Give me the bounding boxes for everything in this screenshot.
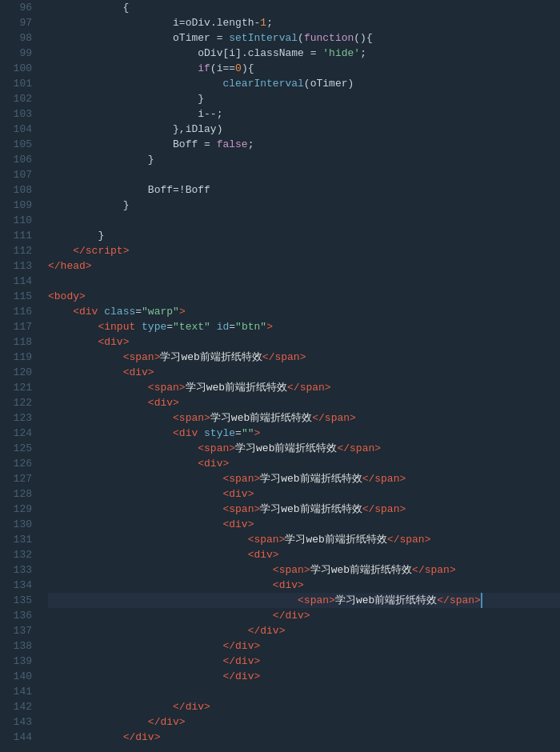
code-line-125: <span>学习web前端折纸特效</span> <box>48 441 560 456</box>
code-line-136: </div> <box>48 608 560 623</box>
code-line-107 <box>48 167 560 182</box>
code-line-119: <span>学习web前端折纸特效</span> <box>48 350 560 365</box>
code-line-110 <box>48 213 560 228</box>
code-line-143: </div> <box>48 714 560 730</box>
code-line-103: i--; <box>48 106 560 122</box>
code-line-142: </div> <box>48 699 560 714</box>
code-line-121: <span>学习web前端折纸特效</span> <box>48 380 560 395</box>
code-line-109: } <box>48 198 560 213</box>
code-line-101: clearInterval(oTimer) <box>48 76 560 91</box>
code-line-120: <div> <box>48 365 560 380</box>
code-line-96: { <box>48 0 560 15</box>
code-line-100: if(i==0){ <box>48 61 560 76</box>
code-line-134: <div> <box>48 578 560 593</box>
code-line-131: <span>学习web前端折纸特效</span> <box>48 532 560 547</box>
code-line-112: </script> <box>48 243 560 258</box>
code-line-97: i=oDiv.length-1; <box>48 15 560 30</box>
code-line-106: } <box>48 152 560 167</box>
code-line-135: <span>学习web前端折纸特效</span> <box>48 593 560 608</box>
code-line-108: Boff=!Boff <box>48 182 560 198</box>
code-line-117: <input type="text" id="btn"> <box>48 319 560 334</box>
code-line-144: </div> <box>48 730 560 745</box>
code-line-105: Boff = false; <box>48 137 560 152</box>
code-line-137: </div> <box>48 623 560 638</box>
code-line-104: },iDlay) <box>48 122 560 137</box>
code-line-102: } <box>48 91 560 106</box>
code-line-118: <div> <box>48 334 560 350</box>
code-line-129: <span>学习web前端折纸特效</span> <box>48 502 560 517</box>
code-line-138: </div> <box>48 638 560 654</box>
code-line-114 <box>48 274 560 289</box>
code-editor: 96 97 98 99 100 101 102 103 104 105 106 … <box>0 0 560 745</box>
code-line-141 <box>48 684 560 699</box>
code-line-133: <span>学习web前端折纸特效</span> <box>48 562 560 578</box>
code-line-127: <span>学习web前端折纸特效</span> <box>48 471 560 486</box>
code-line-122: <div> <box>48 395 560 410</box>
code-line-98: oTimer = setInterval(function(){ <box>48 30 560 46</box>
code-line-111: } <box>48 228 560 243</box>
code-line-132: <div> <box>48 547 560 562</box>
code-line-124: <div style=""> <box>48 426 560 441</box>
code-line-113: </head> <box>48 258 560 274</box>
code-line-123: <span>学习web前端折纸特效</span> <box>48 410 560 426</box>
code-content: { i=oDiv.length-1; oTimer = setInterval(… <box>42 0 560 745</box>
code-line-126: <div> <box>48 456 560 471</box>
code-line-130: <div> <box>48 517 560 532</box>
code-line-139: </div> <box>48 654 560 669</box>
code-line-99: oDiv[i].className = 'hide'; <box>48 46 560 61</box>
code-line-115: <body> <box>48 289 560 304</box>
code-line-140: </div> <box>48 669 560 684</box>
code-line-128: <div> <box>48 486 560 502</box>
code-line-116: <div class="warp"> <box>48 304 560 319</box>
line-number-gutter: 96 97 98 99 100 101 102 103 104 105 106 … <box>0 0 42 745</box>
